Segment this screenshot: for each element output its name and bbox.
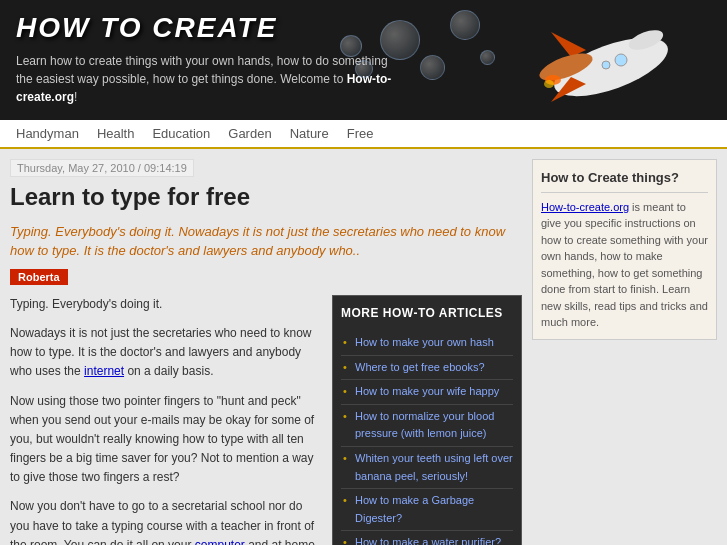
post-intro: Typing. Everybody's doing it. Nowadays i… xyxy=(10,222,522,261)
svg-point-8 xyxy=(602,61,610,69)
header-left: HOW TO CREATE Learn how to create things… xyxy=(16,12,491,106)
nav-nature[interactable]: Nature xyxy=(290,126,329,141)
computer-link[interactable]: computer xyxy=(195,538,245,545)
more-howto-item[interactable]: How to make your wife happy xyxy=(341,380,513,405)
navigation-bar: Handyman Health Education Garden Nature … xyxy=(0,120,727,149)
post-date: Thursday, May 27, 2010 / 09:14:19 xyxy=(10,159,194,177)
article-body: MORE HOW-TO ARTICLES How to make your ow… xyxy=(10,295,522,545)
sidebar: How to Create things? How-to-create.org … xyxy=(532,159,717,545)
main-content-area: Thursday, May 27, 2010 / 09:14:19 Learn … xyxy=(0,149,727,545)
bubble-deco xyxy=(450,10,480,40)
nav-education[interactable]: Education xyxy=(152,126,210,141)
more-howto-item[interactable]: How to make your own hash xyxy=(341,331,513,356)
bubble-deco xyxy=(420,55,445,80)
more-howto-item[interactable]: How to normalize your blood pressure (wi… xyxy=(341,405,513,447)
svg-marker-3 xyxy=(551,32,586,57)
more-howto-item[interactable]: Whiten your teeth using left over banana… xyxy=(341,447,513,489)
rocket-illustration xyxy=(491,12,711,112)
svg-point-7 xyxy=(615,54,627,66)
article-content: Thursday, May 27, 2010 / 09:14:19 Learn … xyxy=(10,159,532,545)
more-howto-title: MORE HOW-TO ARTICLES xyxy=(341,304,513,323)
nav-health[interactable]: Health xyxy=(97,126,135,141)
more-howto-list: How to make your own hash Where to get f… xyxy=(341,331,513,545)
author-badge: Roberta xyxy=(10,269,68,285)
sidebar-site-link[interactable]: How-to-create.org xyxy=(541,201,629,213)
post-title: Learn to type for free xyxy=(10,183,522,212)
internet-link[interactable]: internet xyxy=(84,364,124,378)
sidebar-box-title: How to Create things? xyxy=(541,168,708,193)
more-howto-item[interactable]: Where to get free ebooks? xyxy=(341,356,513,381)
more-howto-box: MORE HOW-TO ARTICLES How to make your ow… xyxy=(332,295,522,545)
nav-handyman[interactable]: Handyman xyxy=(16,126,79,141)
more-howto-item[interactable]: How to make a water purifier? xyxy=(341,531,513,545)
sidebar-info-box: How to Create things? How-to-create.org … xyxy=(532,159,717,340)
svg-point-6 xyxy=(544,80,554,88)
bubble-deco xyxy=(355,60,373,78)
site-header: HOW TO CREATE Learn how to create things… xyxy=(0,0,727,120)
bubble-deco xyxy=(380,20,420,60)
more-howto-item[interactable]: How to make a Garbage Digester? xyxy=(341,489,513,531)
site-tagline: Learn how to create things with your own… xyxy=(16,52,396,106)
nav-garden[interactable]: Garden xyxy=(228,126,271,141)
bubble-deco xyxy=(340,35,362,57)
sidebar-box-body: How-to-create.org is meant to give you s… xyxy=(541,199,708,331)
rocket-svg xyxy=(491,12,711,120)
nav-free[interactable]: Free xyxy=(347,126,374,141)
